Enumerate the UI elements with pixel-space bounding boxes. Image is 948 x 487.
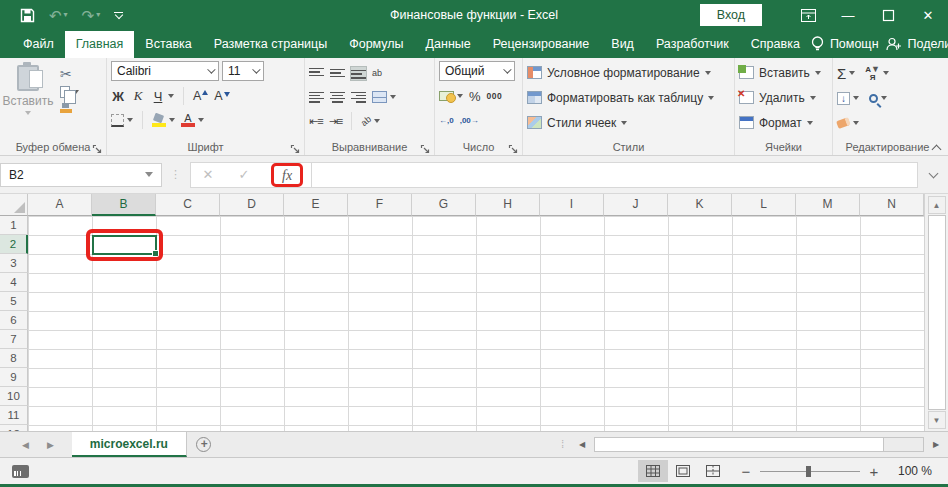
font-name-combobox[interactable]: Calibri <box>111 61 219 81</box>
accounting-format-button[interactable] <box>439 91 463 101</box>
cancel-formula-icon[interactable]: ✕ <box>197 167 219 182</box>
ribbon-tab[interactable]: Разработчик <box>645 31 740 58</box>
column-header[interactable]: H <box>476 194 540 216</box>
name-box[interactable]: B2 <box>0 163 162 187</box>
column-header[interactable]: D <box>220 194 284 216</box>
ribbon-tab[interactable]: Справка <box>740 31 811 58</box>
ribbon-tab[interactable]: Данные <box>415 31 482 58</box>
row-header[interactable]: 12 <box>0 425 28 431</box>
comma-style-button[interactable]: 000 <box>487 91 503 101</box>
column-header[interactable]: A <box>28 194 92 216</box>
wrap-text-button[interactable]: ab <box>372 69 382 78</box>
scroll-down-icon[interactable]: ▼ <box>928 411 946 429</box>
formula-bar-grip[interactable]: ⋮ <box>162 168 190 181</box>
row-header[interactable]: 7 <box>0 330 28 349</box>
row-header[interactable]: 5 <box>0 292 28 311</box>
normal-view-button[interactable] <box>638 460 668 482</box>
column-header[interactable]: K <box>668 194 732 216</box>
scroll-up-icon[interactable]: ▲ <box>928 196 946 214</box>
insert-cells-button[interactable]: Вставить <box>739 61 828 84</box>
help-lightbulb[interactable]: Помощн <box>811 36 879 52</box>
font-color-button[interactable]: А <box>181 113 204 127</box>
ribbon-tab[interactable]: Файл <box>12 31 65 58</box>
zoom-slider-thumb[interactable] <box>806 466 811 477</box>
tab-split-grip[interactable]: ⁞ <box>561 439 564 450</box>
underline-button[interactable]: Ч <box>151 89 174 104</box>
shrink-font-button[interactable]: А <box>214 89 229 103</box>
row-header[interactable]: 2 <box>0 235 28 254</box>
autosum-button[interactable]: Σ <box>837 66 855 81</box>
select-all-corner[interactable] <box>0 194 28 216</box>
next-sheet-icon[interactable]: ▶ <box>47 440 54 450</box>
row-header[interactable]: 11 <box>0 406 28 425</box>
expand-formula-bar-icon[interactable] <box>918 173 948 177</box>
decrease-indent-button[interactable]: ⇤≡ <box>309 115 323 128</box>
align-bottom-button[interactable] <box>351 67 366 80</box>
ribbon-display-options-icon[interactable] <box>788 0 828 30</box>
grow-font-button[interactable]: А <box>193 89 208 103</box>
column-header[interactable]: N <box>860 194 924 216</box>
column-header[interactable]: J <box>604 194 668 216</box>
cut-icon[interactable]: ✂ <box>60 67 79 81</box>
redo-icon[interactable]: ↷▾ <box>82 8 101 23</box>
zoom-slider[interactable] <box>760 471 860 472</box>
align-right-button[interactable] <box>351 91 366 104</box>
sign-in-button[interactable]: Вход <box>700 4 762 26</box>
increase-indent-button[interactable]: ⇥≡ <box>329 115 343 128</box>
align-center-button[interactable] <box>330 91 345 104</box>
row-header[interactable]: 8 <box>0 349 28 368</box>
selected-cell-b2[interactable] <box>92 235 157 255</box>
merge-center-button[interactable] <box>372 91 396 103</box>
delete-cells-button[interactable]: Удалить <box>739 86 828 109</box>
clipboard-dialog-launcher-icon[interactable] <box>92 141 103 152</box>
paste-button[interactable]: Вставить <box>4 61 52 139</box>
bold-button[interactable]: Ж <box>111 89 125 104</box>
italic-button[interactable]: К <box>131 88 145 104</box>
number-dialog-launcher-icon[interactable] <box>508 141 519 152</box>
percent-style-button[interactable]: % <box>469 89 481 104</box>
horizontal-scrollbar[interactable] <box>594 437 924 452</box>
sort-filter-button[interactable]: А▼Я <box>865 65 889 80</box>
increase-decimal-button[interactable]: ←,0 <box>439 116 454 125</box>
zoom-out-icon[interactable]: − <box>740 463 752 480</box>
save-icon[interactable] <box>20 8 35 23</box>
align-top-button[interactable] <box>309 67 324 80</box>
share-button[interactable]: Поделиться <box>886 37 948 51</box>
column-header[interactable]: C <box>156 194 220 216</box>
scroll-right-icon[interactable]: ▶ <box>928 437 944 453</box>
maximize-button[interactable] <box>868 0 908 30</box>
active-sheet-tab[interactable]: microexcel.ru <box>72 432 187 457</box>
column-header[interactable]: L <box>732 194 796 216</box>
column-header[interactable]: G <box>412 194 476 216</box>
number-format-combobox[interactable]: Общий <box>439 61 515 81</box>
close-button[interactable]: ✕ <box>908 0 948 30</box>
page-layout-view-button[interactable] <box>668 460 698 482</box>
minimize-button[interactable]: — <box>828 0 868 30</box>
ribbon-tab[interactable]: Главная <box>65 31 135 58</box>
column-header[interactable]: F <box>348 194 412 216</box>
vertical-scrollbar[interactable]: ▲ ▼ <box>924 194 948 431</box>
find-select-button[interactable] <box>869 94 887 103</box>
decrease-decimal-button[interactable]: ,00→ <box>460 116 479 125</box>
insert-function-button[interactable]: fx <box>276 167 298 184</box>
format-painter-icon[interactable] <box>60 103 72 113</box>
alignment-dialog-launcher-icon[interactable] <box>420 141 431 152</box>
zoom-level[interactable]: 100 % <box>892 464 932 478</box>
ribbon-tab[interactable]: Формулы <box>338 31 414 58</box>
font-size-combobox[interactable]: 11 <box>222 61 264 81</box>
fill-color-button[interactable] <box>152 114 175 127</box>
collapse-ribbon-icon[interactable] <box>932 143 940 151</box>
column-header[interactable]: I <box>540 194 604 216</box>
row-header[interactable]: 4 <box>0 273 28 292</box>
undo-icon[interactable]: ↶▾ <box>49 8 68 23</box>
ribbon-tab[interactable]: Рецензирование <box>482 31 601 58</box>
column-header[interactable]: E <box>284 194 348 216</box>
cells-area[interactable] <box>28 216 924 431</box>
row-header[interactable]: 6 <box>0 311 28 330</box>
row-header[interactable]: 10 <box>0 387 28 406</box>
vertical-scroll-thumb[interactable] <box>928 215 946 410</box>
row-header[interactable]: 1 <box>0 216 28 235</box>
align-middle-button[interactable] <box>330 67 345 80</box>
row-header[interactable]: 9 <box>0 368 28 387</box>
horizontal-scroll-thumb[interactable] <box>595 438 884 451</box>
